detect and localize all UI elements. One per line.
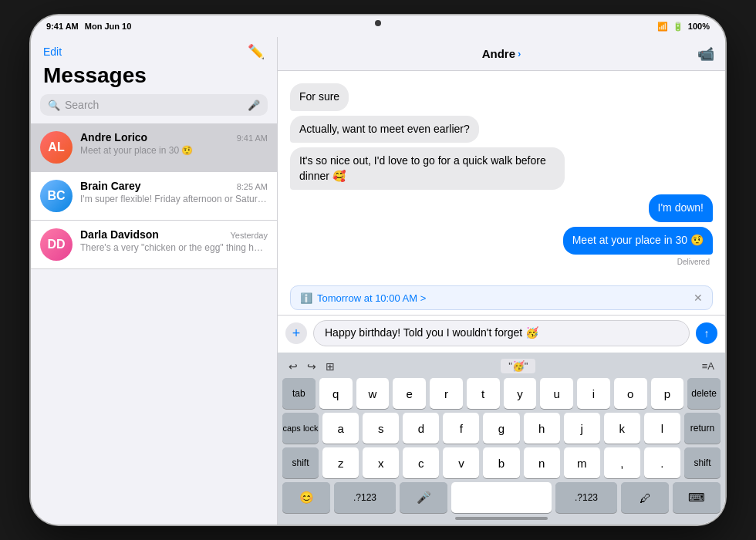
key-u[interactable]: u xyxy=(540,378,573,409)
mic-search-icon: 🎤 xyxy=(248,100,260,111)
keyboard-dismiss-key[interactable]: ⌨ xyxy=(673,482,721,513)
add-attachment-button[interactable]: + xyxy=(285,322,307,344)
key-w[interactable]: w xyxy=(356,378,390,409)
key-period[interactable]: . xyxy=(644,447,680,478)
num-sym-right-key[interactable]: .?123 xyxy=(555,482,617,513)
space-key[interactable] xyxy=(451,482,552,513)
keyboard-toolbar-left: ↩ ↪ ⊞ xyxy=(289,360,335,373)
message-input-area: + Happy birthday! Told you I wouldn't fo… xyxy=(278,315,725,353)
conv-body-andre: Andre Lorico 9:41 AM Meet at your place … xyxy=(80,131,268,157)
message-im-down: I'm down! xyxy=(649,194,713,222)
conv-name-brain: Brain Carey xyxy=(80,180,141,192)
messages-area: For sure Actually, want to meet even ear… xyxy=(278,71,725,281)
key-b[interactable]: b xyxy=(483,447,519,478)
avatar-brain: BC xyxy=(40,180,73,212)
conv-time-brain: 8:25 AM xyxy=(237,182,268,191)
emoji-key[interactable]: 😊 xyxy=(282,482,330,513)
key-i[interactable]: i xyxy=(577,378,610,409)
ipad-screen: 9:41 AM Mon Jun 10 📶 🔋 100% Edit ✏️ Mess… xyxy=(31,15,725,525)
mic-key[interactable]: 🎤 xyxy=(400,482,447,513)
key-k[interactable]: k xyxy=(604,413,640,444)
edit-button[interactable]: Edit xyxy=(43,46,62,58)
key-comma[interactable]: , xyxy=(604,447,640,478)
conversation-item-darla[interactable]: DD Darla Davidson Yesterday There's a ve… xyxy=(31,221,277,269)
key-m[interactable]: m xyxy=(564,447,600,478)
battery-icon: 🔋 xyxy=(673,22,683,32)
status-left: 9:41 AM Mon Jun 10 xyxy=(46,22,131,31)
keyboard-row-3: shift z x c v b n m , . shift xyxy=(282,447,721,478)
status-time: 9:41 AM xyxy=(46,22,79,31)
tab-key[interactable]: tab xyxy=(282,378,316,409)
schedule-text[interactable]: ℹ️ Tomorrow at 10:00 AM > xyxy=(300,292,426,304)
message-text-input[interactable]: Happy birthday! Told you I wouldn't forg… xyxy=(313,320,690,346)
search-bar[interactable]: 🔍 Search 🎤 xyxy=(40,94,268,116)
key-f[interactable]: f xyxy=(443,413,479,444)
sidebar: Edit ✏️ Messages 🔍 Search 🎤 AL xyxy=(31,37,278,525)
battery-percent: 100% xyxy=(688,22,710,31)
return-key[interactable]: return xyxy=(684,413,721,444)
schedule-reminder: ℹ️ Tomorrow at 10:00 AM > ✕ xyxy=(290,285,713,310)
camera-notch xyxy=(375,20,381,26)
num-sym-left-key[interactable]: .?123 xyxy=(334,482,396,513)
key-n[interactable]: n xyxy=(524,447,560,478)
video-call-button[interactable]: 📹 xyxy=(697,46,714,62)
compose-button[interactable]: ✏️ xyxy=(248,43,265,60)
key-a[interactable]: a xyxy=(322,413,359,444)
contact-chevron-icon: › xyxy=(518,48,521,59)
key-y[interactable]: y xyxy=(504,378,537,409)
key-c[interactable]: c xyxy=(403,447,439,478)
conv-body-brain: Brain Carey 8:25 AM I'm super flexible! … xyxy=(80,180,268,206)
avatar-andre: AL xyxy=(40,131,73,164)
key-q[interactable]: q xyxy=(319,378,353,409)
send-button[interactable]: ↑ xyxy=(696,322,717,344)
key-d[interactable]: d xyxy=(403,413,439,444)
chat-panel: Andre › 📹 For sure Actually, want to mee… xyxy=(278,37,725,525)
schedule-close-button[interactable]: ✕ xyxy=(694,292,703,304)
status-bar: 9:41 AM Mon Jun 10 📶 🔋 100% xyxy=(31,15,725,37)
undo-icon[interactable]: ↩ xyxy=(289,360,298,373)
key-j[interactable]: j xyxy=(564,413,600,444)
key-e[interactable]: e xyxy=(393,378,426,409)
sidebar-header: Edit ✏️ xyxy=(31,37,277,63)
right-shift-key[interactable]: shift xyxy=(684,447,721,478)
delete-key[interactable]: delete xyxy=(687,378,721,409)
key-h[interactable]: h xyxy=(524,413,560,444)
key-x[interactable]: x xyxy=(363,447,399,478)
conversation-item-andre[interactable]: AL Andre Lorico 9:41 AM Meet at your pla… xyxy=(31,123,277,172)
key-s[interactable]: s xyxy=(363,413,399,444)
conversation-list: AL Andre Lorico 9:41 AM Meet at your pla… xyxy=(31,123,277,525)
chat-contact-name: Andre › xyxy=(482,47,521,60)
redo-icon[interactable]: ↪ xyxy=(307,360,316,373)
caps-lock-key[interactable]: caps lock xyxy=(282,413,319,444)
clipboard-icon[interactable]: ⊞ xyxy=(326,360,335,373)
emoji-suggestion-bar[interactable]: "🥳" xyxy=(501,359,535,373)
keyboard-row-1: tab q w e r t y u i o p delete xyxy=(282,378,721,409)
search-icon: 🔍 xyxy=(48,100,60,111)
key-z[interactable]: z xyxy=(322,447,359,478)
key-p[interactable]: p xyxy=(651,378,684,409)
home-indicator-bar xyxy=(282,517,721,520)
key-l[interactable]: l xyxy=(644,413,680,444)
key-g[interactable]: g xyxy=(483,413,519,444)
key-t[interactable]: t xyxy=(467,378,500,409)
avatar-darla: DD xyxy=(40,228,73,261)
pen-key[interactable]: 🖊 xyxy=(621,482,669,513)
conv-name-andre: Andre Lorico xyxy=(80,131,147,143)
left-shift-key[interactable]: shift xyxy=(282,447,319,478)
conv-time-andre: 9:41 AM xyxy=(237,133,268,143)
key-o[interactable]: o xyxy=(614,378,647,409)
keyboard-row-4: 😊 .?123 🎤 .?123 🖊 ⌨ xyxy=(282,482,721,513)
format-icon[interactable]: ≡A xyxy=(702,360,714,372)
keyboard-toolbar: ↩ ↪ ⊞ "🥳" ≡A xyxy=(282,359,721,378)
message-meet-earlier: Actually, want to meet even earlier? xyxy=(290,116,479,143)
conv-preview-brain: I'm super flexible! Friday afternoon or … xyxy=(80,194,268,206)
main-content: Edit ✏️ Messages 🔍 Search 🎤 AL xyxy=(31,37,725,525)
key-v[interactable]: v xyxy=(443,447,479,478)
status-date: Mon Jun 10 xyxy=(85,22,132,31)
message-meet-place: Meet at your place in 30 🤨 xyxy=(563,227,713,255)
key-r[interactable]: r xyxy=(430,378,463,409)
conv-body-darla: Darla Davidson Yesterday There's a very … xyxy=(80,228,268,255)
conversation-item-brain[interactable]: BC Brain Carey 8:25 AM I'm super flexibl… xyxy=(31,172,277,221)
search-input[interactable]: Search xyxy=(65,99,243,111)
plus-icon: + xyxy=(292,326,301,342)
